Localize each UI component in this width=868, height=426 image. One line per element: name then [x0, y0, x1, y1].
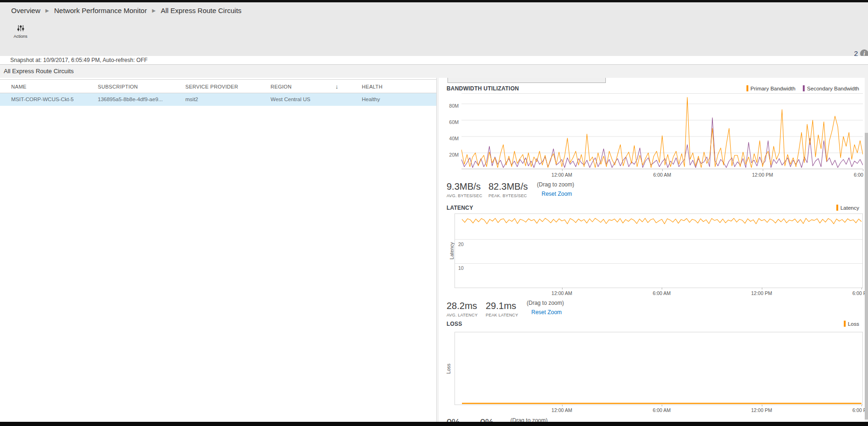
column-header-subscription[interactable]: SUBSCRIPTION: [98, 80, 138, 94]
peak-loss-value: 0%: [480, 417, 494, 422]
column-header-name[interactable]: NAME: [11, 80, 27, 94]
legend-item-latency: Latency: [836, 205, 859, 211]
app-window: Overview ▶ Network Performance Monitor ▶…: [0, 0, 868, 426]
bandwidth-section-title: BANDWIDTH UTILIZATION: [447, 85, 519, 92]
x-axis-label: 12:00 AM: [551, 290, 572, 296]
loss-chart[interactable]: 12:00 AM6:00 AM12:00 PM6:00 PMLoss: [454, 332, 863, 405]
table-row[interactable]: MSIT-CORP-WCUS-Ckt-5 136895a5-8b8e-4df9-…: [0, 93, 436, 106]
table-header-row: NAME SUBSCRIPTION SERVICE PROVIDER REGIO…: [0, 79, 436, 93]
x-axis-tick: [562, 288, 563, 289]
loss-section-title: LOSS: [447, 321, 462, 327]
cell-health: Healthy: [362, 93, 380, 106]
sort-descending-icon[interactable]: ↓: [335, 80, 339, 94]
avg-loss-value: 0%: [447, 417, 460, 422]
x-axis-label: 12:00 PM: [751, 290, 772, 296]
chevron-right-icon: ▶: [152, 8, 156, 13]
column-header-region[interactable]: REGION: [271, 80, 292, 94]
legend-label: Loss: [848, 321, 859, 327]
breadcrumb-npm[interactable]: Network Performance Monitor: [54, 7, 147, 14]
circuits-table: NAME SUBSCRIPTION SERVICE PROVIDER REGIO…: [0, 78, 437, 422]
column-header-service-provider[interactable]: SERVICE PROVIDER: [185, 80, 238, 94]
x-axis-tick: [662, 405, 662, 406]
x-axis-tick: [762, 288, 762, 289]
column-header-health[interactable]: HEALTH: [362, 80, 382, 94]
y-axis-label: 60M: [444, 119, 459, 125]
drag-to-zoom-hint: (Drag to zoom): [537, 181, 574, 188]
cell-subscription: 136895a5-8b8e-4df9-ae9...: [98, 93, 163, 106]
bandwidth-chart[interactable]: 20M40M60M80M12:00 AM6:00 AM12:00 PM6:00 …: [461, 93, 863, 169]
x-axis-tick: [662, 169, 663, 171]
x-axis-tick: [662, 288, 662, 289]
x-axis-label: 6:00 AM: [653, 290, 671, 296]
page-title: All Express Route Circuits: [0, 65, 868, 78]
x-axis-label: 12:00 AM: [551, 172, 572, 178]
x-axis-label: 6:00 AM: [653, 407, 671, 413]
y-axis-label: 20M: [444, 152, 459, 158]
actions-label: Actions: [8, 34, 33, 39]
y-axis-label: 40M: [444, 136, 459, 141]
x-axis-label: 12:00 PM: [751, 407, 772, 413]
cell-region: West Central US: [271, 93, 310, 106]
legend-label: Secondary Bandwidth: [807, 86, 859, 91]
x-axis-label: 6:00 PM: [854, 172, 865, 178]
time-selector-clipped[interactable]: [448, 78, 606, 83]
x-axis-label: 6:00 PM: [852, 407, 865, 413]
toolbar: Actions 2 i: [0, 19, 868, 56]
legend-item-secondary: Secondary Bandwidth: [803, 85, 859, 91]
legend-item-primary: Primary Bandwidth: [746, 85, 796, 91]
y-axis-title: Latency: [449, 242, 454, 260]
metrics-panel: BANDWIDTH UTILIZATION Primary Bandwidth …: [438, 78, 865, 422]
y-axis-label: 10: [458, 265, 464, 271]
peak-bytes-value: 82.3MB/s: [488, 181, 528, 192]
x-axis-tick: [763, 169, 763, 171]
reset-zoom-link[interactable]: Reset Zoom: [542, 191, 572, 197]
legend-label: Primary Bandwidth: [751, 86, 796, 91]
drag-to-zoom-hint: (Drag to zoom): [527, 300, 564, 306]
x-axis-label: 6:00 AM: [653, 172, 671, 178]
y-axis-title: Loss: [446, 363, 451, 373]
peak-latency-value: 29.1ms: [486, 301, 516, 311]
primary-swatch-icon: [746, 85, 748, 91]
legend-label: Latency: [841, 205, 859, 211]
x-axis-label: 12:00 AM: [551, 407, 572, 413]
x-axis-tick: [861, 288, 862, 289]
snapshot-status: Snapshot at: 10/9/2017, 6:05:49 PM, Auto…: [0, 56, 868, 65]
peak-bytes-label: PEAK. BYTES/SEC: [488, 193, 527, 198]
reset-zoom-link[interactable]: Reset Zoom: [531, 309, 562, 316]
x-axis-tick: [861, 405, 862, 406]
x-axis-tick: [863, 169, 863, 171]
loss-swatch-icon: [844, 321, 846, 327]
breadcrumb-circuits[interactable]: All Express Route Circuits: [161, 7, 241, 14]
avg-latency-label: AVG. LATENCY: [447, 313, 478, 317]
legend-item-loss: Loss: [844, 321, 859, 327]
actions-button[interactable]: Actions: [8, 24, 33, 39]
secondary-swatch-icon: [803, 85, 805, 91]
peak-latency-label: PEAK LATENCY: [486, 313, 518, 317]
x-axis-tick: [562, 169, 563, 171]
x-axis-tick: [762, 405, 762, 406]
latency-section-title: LATENCY: [447, 205, 473, 211]
window-bottom-edge: [0, 422, 868, 426]
x-axis-label: 12:00 PM: [752, 172, 773, 178]
latency-swatch-icon: [836, 205, 838, 211]
cell-name: MSIT-CORP-WCUS-Ckt-5: [11, 93, 74, 106]
loss-legend: Loss: [844, 321, 859, 327]
avg-bytes-value: 9.3MB/s: [447, 181, 481, 192]
avg-bytes-label: AVG. BYTES/SEC: [447, 193, 482, 198]
latency-chart[interactable]: 201012:00 AM6:00 AM12:00 PM6:00 PMLatenc…: [454, 213, 863, 288]
scrollbar-thumb[interactable]: [865, 133, 868, 419]
chevron-right-icon: ▶: [46, 8, 49, 13]
latency-legend: Latency: [836, 205, 859, 211]
breadcrumb-overview[interactable]: Overview: [11, 7, 41, 14]
drag-to-zoom-hint: (Drag to zoom): [510, 417, 548, 422]
cell-service-provider: msit2: [185, 93, 198, 106]
breadcrumb: Overview ▶ Network Performance Monitor ▶…: [0, 2, 868, 19]
x-axis-label: 6:00 PM: [852, 290, 865, 296]
avg-latency-value: 28.2ms: [447, 301, 477, 311]
y-axis-label: 20: [458, 241, 464, 247]
x-axis-tick: [562, 405, 563, 406]
sliders-icon: [8, 24, 33, 32]
y-axis-label: 80M: [444, 103, 459, 109]
bandwidth-legend: Primary Bandwidth Secondary Bandwidth: [746, 85, 859, 91]
